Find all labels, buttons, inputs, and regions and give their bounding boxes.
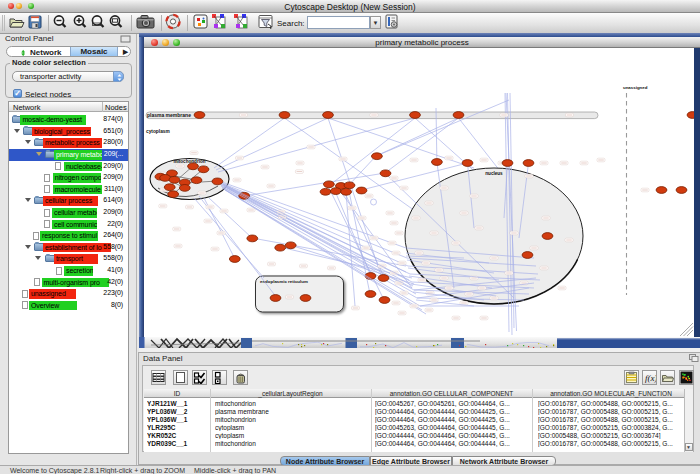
svg-text:plasma membrane: plasma membrane xyxy=(147,112,191,118)
svg-text:mitochondrion: mitochondrion xyxy=(173,159,205,164)
svg-text:cytoplasm: cytoplasm xyxy=(146,129,170,134)
svg-text:f(x): f(x) xyxy=(645,373,656,383)
svg-text:endoplasmic reticulum: endoplasmic reticulum xyxy=(260,279,308,284)
svg-text:unassigned: unassigned xyxy=(623,85,648,90)
svg-text:nucleus: nucleus xyxy=(485,171,503,176)
